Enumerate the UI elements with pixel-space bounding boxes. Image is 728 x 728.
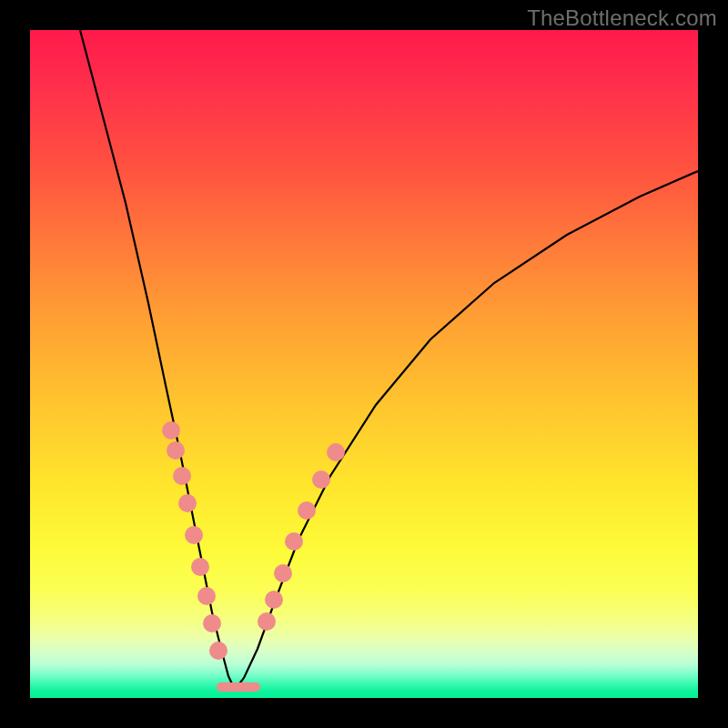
data-marker	[203, 614, 221, 632]
markers-left	[162, 421, 228, 660]
data-marker	[173, 467, 191, 485]
watermark-text: TheBottleneck.com	[527, 5, 717, 31]
data-marker	[167, 441, 185, 460]
data-marker	[185, 526, 203, 544]
outer-frame: TheBottleneck.com	[0, 0, 728, 728]
data-marker	[274, 564, 292, 582]
data-marker	[285, 532, 303, 551]
markers-right	[258, 443, 345, 631]
data-marker	[327, 443, 345, 461]
data-marker	[197, 587, 216, 605]
chart-svg	[30, 30, 698, 698]
data-marker	[298, 501, 316, 520]
data-marker	[312, 470, 330, 489]
bottleneck-curve	[80, 30, 698, 690]
data-marker	[191, 558, 209, 576]
data-marker	[265, 591, 283, 609]
data-marker	[162, 421, 180, 440]
plot-area	[30, 30, 698, 698]
data-marker	[209, 642, 228, 660]
data-marker	[178, 494, 197, 512]
data-marker	[258, 612, 276, 631]
